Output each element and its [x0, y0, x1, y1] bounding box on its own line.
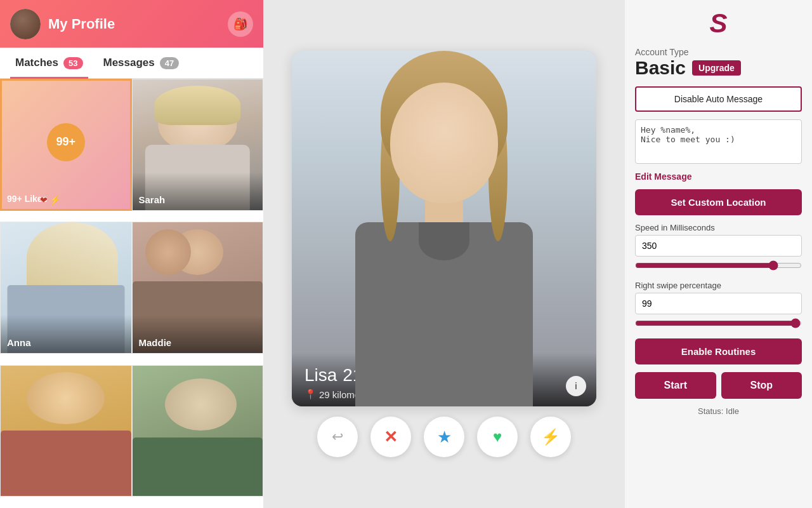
undo-button[interactable]: ↩	[317, 417, 358, 457]
tab-matches[interactable]: Matches 53	[10, 48, 88, 78]
edit-message-link[interactable]: Edit Message	[635, 171, 802, 182]
auto-message-textarea[interactable]	[635, 119, 802, 164]
brand-icon: S	[709, 10, 727, 37]
list-item[interactable]: Maddie	[132, 222, 264, 354]
speed-section: Speed in Milliseconds	[635, 223, 802, 273]
list-item[interactable]: Anna	[0, 222, 132, 354]
avatar	[10, 9, 41, 39]
likes-count-bubble: 99+	[47, 123, 85, 161]
right-panel: S Account Type Basic Upgrade Disable Aut…	[625, 0, 812, 508]
tab-matches-badge: 53	[63, 57, 82, 69]
account-type-label: Account Type	[635, 47, 802, 57]
matches-grid: 99+ 99+ Likes ❤ ⚡ Sarah	[0, 79, 263, 508]
like-button[interactable]: ♥	[477, 417, 518, 457]
grid-item-name: Anna	[7, 337, 31, 348]
swipe-label: Right swipe percentage	[635, 281, 802, 290]
upgrade-button[interactable]: Upgrade	[692, 60, 741, 76]
list-item[interactable]	[132, 365, 264, 497]
boost-button[interactable]: ⚡	[530, 417, 571, 457]
tabs-bar: Matches 53 Messages 47	[0, 48, 263, 79]
set-custom-location-button[interactable]: Set Custom Location	[635, 189, 802, 215]
likes-card[interactable]: 99+ 99+ Likes ❤ ⚡	[0, 79, 132, 211]
super-like-button[interactable]: ★	[424, 417, 464, 457]
settings-button[interactable]: 🎒	[228, 11, 253, 37]
tab-matches-label: Matches	[15, 57, 58, 69]
list-item[interactable]	[0, 365, 132, 497]
location-pin-icon: 📍	[304, 389, 317, 400]
profile-name: My Profile	[48, 16, 115, 32]
tab-messages[interactable]: Messages 47	[98, 48, 185, 78]
profile-header-left: My Profile	[10, 9, 115, 39]
settings-icon: 🎒	[233, 17, 247, 31]
profile-header: My Profile 🎒	[0, 0, 263, 48]
speed-input[interactable]	[635, 235, 802, 257]
grid-item-name: Sarah	[139, 194, 166, 205]
tab-messages-label: Messages	[103, 57, 155, 69]
status-text: Status: Idle	[635, 406, 802, 416]
stop-button[interactable]: Stop	[721, 372, 802, 399]
card-photo: Lisa 21 📍 29 kilometers away i	[292, 51, 596, 406]
start-stop-row: Start Stop	[635, 372, 802, 399]
speed-label: Speed in Milliseconds	[635, 223, 802, 232]
list-item[interactable]: Sarah	[132, 79, 264, 211]
grid-item-name: Maddie	[139, 337, 172, 348]
swipe-slider[interactable]	[635, 318, 802, 328]
left-panel: My Profile 🎒 Matches 53 Messages 47 99+ …	[0, 0, 263, 508]
action-bar: ↩ ✕ ★ ♥ ⚡	[317, 417, 571, 457]
likes-speed-icon: ⚡	[49, 195, 60, 205]
account-section: Account Type Basic Upgrade	[635, 47, 802, 79]
brand-logo: S	[635, 10, 802, 37]
center-panel: Lisa 21 📍 29 kilometers away i ↩ ✕ ★ ♥ ⚡	[263, 0, 625, 508]
swipe-section: Right swipe percentage	[635, 281, 802, 331]
nope-button[interactable]: ✕	[370, 417, 411, 457]
account-type-row: Basic Upgrade	[635, 57, 802, 79]
start-button[interactable]: Start	[635, 372, 716, 399]
speed-slider[interactable]	[635, 260, 802, 271]
swipe-input[interactable]	[635, 293, 802, 314]
tab-messages-badge: 47	[160, 57, 179, 69]
account-basic: Basic	[635, 57, 686, 79]
disable-auto-message-button[interactable]: Disable Auto Message	[635, 86, 802, 112]
info-button[interactable]: i	[566, 376, 586, 396]
profile-card: Lisa 21 📍 29 kilometers away i	[292, 51, 596, 406]
avatar-image	[10, 9, 41, 39]
likes-heart-icon: ❤	[40, 195, 48, 205]
enable-routines-button[interactable]: Enable Routines	[635, 338, 802, 364]
